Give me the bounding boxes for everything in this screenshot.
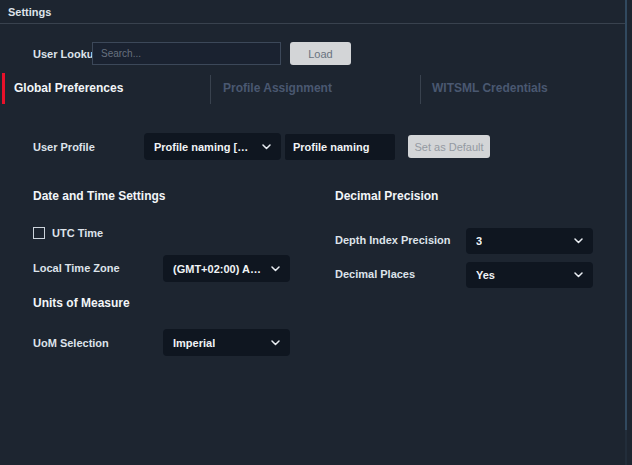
chevron-down-icon xyxy=(271,340,280,346)
chevron-down-icon xyxy=(262,144,271,150)
profile-name-input[interactable] xyxy=(285,134,395,160)
decimal-places-value: Yes xyxy=(476,269,495,281)
chevron-down-icon xyxy=(574,238,583,244)
scrollbar-thumb[interactable] xyxy=(625,0,627,430)
date-time-settings-heading: Date and Time Settings xyxy=(33,189,165,203)
decimal-precision-heading: Decimal Precision xyxy=(335,189,438,203)
settings-panel: Settings User Lookup Load Global Prefere… xyxy=(0,0,632,465)
local-time-zone-value: (GMT+02:00) Amman xyxy=(173,263,265,275)
user-profile-select-value: Profile naming [Def... xyxy=(154,141,256,153)
units-of-measure-heading: Units of Measure xyxy=(33,296,130,310)
tab-divider xyxy=(420,75,421,104)
depth-index-precision-label: Depth Index Precision xyxy=(335,234,451,246)
page-title: Settings xyxy=(8,6,51,18)
decimal-places-label: Decimal Places xyxy=(335,268,415,280)
active-tab-indicator xyxy=(2,73,5,104)
tab-profile-assignment[interactable]: Profile Assignment xyxy=(223,72,332,104)
tab-global-preferences[interactable]: Global Preferences xyxy=(14,72,123,104)
depth-index-precision-value: 3 xyxy=(476,235,482,247)
user-profile-label: User Profile xyxy=(33,141,95,153)
chevron-down-icon xyxy=(574,272,583,278)
utc-time-label: UTC Time xyxy=(52,227,103,239)
tab-witsml-credentials[interactable]: WITSML Credentials xyxy=(432,72,548,104)
local-time-zone-label: Local Time Zone xyxy=(33,262,120,274)
tab-witsml-credentials-label: WITSML Credentials xyxy=(432,81,548,95)
decimal-places-select[interactable]: Yes xyxy=(466,262,593,288)
local-time-zone-select[interactable]: (GMT+02:00) Amman xyxy=(163,255,290,282)
user-lookup-label: User Lookup xyxy=(33,48,100,60)
checkbox-icon xyxy=(33,227,45,239)
set-as-default-button[interactable]: Set as Default xyxy=(408,135,490,158)
user-profile-select[interactable]: Profile naming [Def... xyxy=(144,133,281,160)
uom-selection-label: UoM Selection xyxy=(33,337,109,349)
user-lookup-search-input[interactable] xyxy=(92,42,281,65)
tab-profile-assignment-label: Profile Assignment xyxy=(223,81,332,95)
load-button[interactable]: Load xyxy=(290,42,351,65)
uom-selection-select[interactable]: Imperial xyxy=(163,329,290,356)
uom-selection-value: Imperial xyxy=(173,337,215,349)
header-divider xyxy=(0,23,625,24)
tab-global-preferences-label: Global Preferences xyxy=(14,81,123,95)
utc-time-checkbox[interactable]: UTC Time xyxy=(33,227,103,239)
depth-index-precision-select[interactable]: 3 xyxy=(466,228,593,254)
tab-divider xyxy=(210,75,211,104)
chevron-down-icon xyxy=(271,266,280,272)
